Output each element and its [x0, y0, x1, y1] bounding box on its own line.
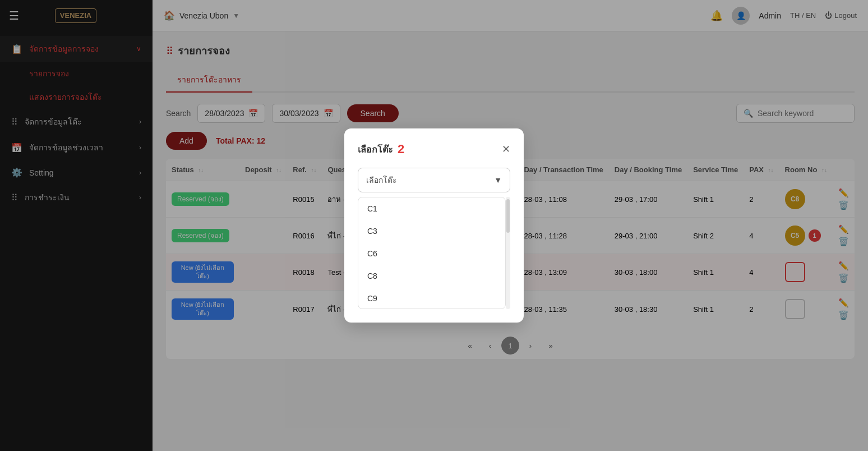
modal-number: 2: [398, 142, 404, 157]
modal-title: เลือกโต๊ะ: [358, 142, 393, 157]
dropdown-list: C1 C3 C6 C8 C9: [358, 197, 506, 309]
scrollbar-thumb: [506, 199, 510, 233]
modal-title-row: เลือกโต๊ะ 2: [358, 142, 404, 157]
modal-close-button[interactable]: ✕: [502, 143, 510, 155]
modal-overlay[interactable]: เลือกโต๊ะ 2 ✕ เลือกโต๊ะ ▼ C1 C3 C6 C8 C9: [0, 0, 868, 451]
dropdown-placeholder: เลือกโต๊ะ: [366, 174, 397, 186]
dropdown-arrow-icon: ▼: [494, 176, 502, 185]
modal: เลือกโต๊ะ 2 ✕ เลือกโต๊ะ ▼ C1 C3 C6 C8 C9: [344, 128, 524, 323]
dropdown-list-wrap: C1 C3 C6 C8 C9: [358, 197, 510, 309]
dropdown-option-c9[interactable]: C9: [358, 287, 505, 309]
dropdown-option-c1[interactable]: C1: [358, 197, 505, 220]
dropdown-option-c8[interactable]: C8: [358, 265, 505, 287]
scrollbar-track: [506, 197, 510, 309]
dropdown-option-c6[interactable]: C6: [358, 242, 505, 265]
dropdown-option-c3[interactable]: C3: [358, 220, 505, 242]
modal-dropdown[interactable]: เลือกโต๊ะ ▼: [358, 168, 510, 192]
modal-header: เลือกโต๊ะ 2 ✕: [358, 142, 510, 157]
